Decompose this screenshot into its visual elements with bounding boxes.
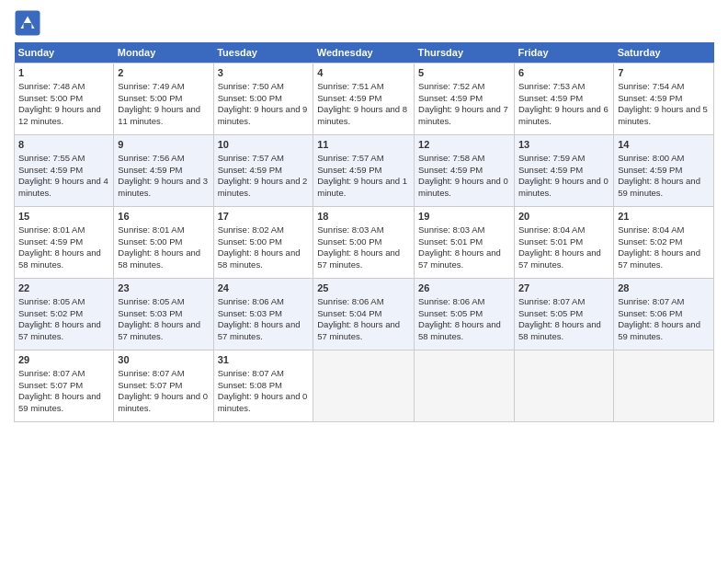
- day-number: 29: [18, 353, 109, 367]
- day-number: 28: [618, 282, 710, 295]
- day-number: 1: [18, 66, 109, 80]
- day-cell: 19Sunrise: 8:03 AMSunset: 5:01 PMDayligh…: [415, 207, 515, 279]
- day-cell: 1Sunrise: 7:48 AMSunset: 5:00 PMDaylight…: [15, 63, 114, 135]
- day-cell: 2Sunrise: 7:49 AMSunset: 5:00 PMDaylight…: [114, 63, 213, 135]
- day-number: 15: [18, 210, 109, 224]
- day-number: 13: [518, 138, 609, 152]
- calendar-header: SundayMondayTuesdayWednesdayThursdayFrid…: [15, 42, 714, 63]
- day-number: 17: [218, 210, 310, 224]
- day-number: 11: [317, 138, 410, 152]
- day-info: Sunrise: 8:01 AMSunset: 5:00 PMDaylight:…: [118, 224, 200, 270]
- day-cell: [415, 350, 515, 422]
- day-info: Sunrise: 8:03 AMSunset: 5:00 PMDaylight:…: [317, 224, 400, 270]
- day-info: Sunrise: 8:04 AMSunset: 5:02 PMDaylight:…: [618, 224, 700, 270]
- day-number: 31: [218, 353, 310, 367]
- day-info: Sunrise: 7:57 AMSunset: 4:59 PMDaylight:…: [218, 153, 308, 198]
- logo: [14, 9, 45, 37]
- day-info: Sunrise: 8:07 AMSunset: 5:05 PMDaylight:…: [518, 296, 601, 341]
- day-info: Sunrise: 8:07 AMSunset: 5:08 PMDaylight:…: [218, 368, 308, 413]
- day-number: 26: [418, 282, 510, 295]
- week-row-1: 1Sunrise: 7:48 AMSunset: 5:00 PMDaylight…: [15, 63, 714, 135]
- week-row-3: 15Sunrise: 8:01 AMSunset: 4:59 PMDayligh…: [15, 207, 714, 279]
- day-number: 9: [118, 138, 209, 152]
- day-cell: 16Sunrise: 8:01 AMSunset: 5:00 PMDayligh…: [114, 207, 213, 279]
- day-number: 10: [218, 138, 310, 152]
- day-cell: 11Sunrise: 7:57 AMSunset: 4:59 PMDayligh…: [313, 135, 415, 207]
- day-cell: 22Sunrise: 8:05 AMSunset: 5:02 PMDayligh…: [15, 279, 114, 350]
- day-cell: 14Sunrise: 8:00 AMSunset: 4:59 PMDayligh…: [614, 135, 714, 207]
- day-cell: [614, 350, 714, 422]
- header-cell-wednesday: Wednesday: [313, 42, 415, 63]
- day-info: Sunrise: 7:53 AMSunset: 4:59 PMDaylight:…: [518, 81, 609, 126]
- header-cell-tuesday: Tuesday: [213, 42, 313, 63]
- week-row-4: 22Sunrise: 8:05 AMSunset: 5:02 PMDayligh…: [15, 279, 714, 350]
- day-number: 24: [218, 282, 310, 295]
- calendar-table: SundayMondayTuesdayWednesdayThursdayFrid…: [14, 42, 714, 422]
- day-info: Sunrise: 8:06 AMSunset: 5:05 PMDaylight:…: [418, 296, 501, 341]
- day-cell: 7Sunrise: 7:54 AMSunset: 4:59 PMDaylight…: [614, 63, 714, 135]
- day-info: Sunrise: 8:06 AMSunset: 5:04 PMDaylight:…: [317, 296, 400, 341]
- day-info: Sunrise: 7:48 AMSunset: 5:00 PMDaylight:…: [18, 81, 101, 126]
- day-cell: [515, 350, 614, 422]
- day-cell: 18Sunrise: 8:03 AMSunset: 5:00 PMDayligh…: [313, 207, 415, 279]
- day-number: 22: [18, 282, 109, 295]
- header-cell-friday: Friday: [515, 42, 614, 63]
- day-cell: [313, 350, 415, 422]
- day-info: Sunrise: 7:52 AMSunset: 4:59 PMDaylight:…: [418, 81, 508, 126]
- day-info: Sunrise: 7:57 AMSunset: 4:59 PMDaylight:…: [317, 153, 407, 198]
- day-number: 27: [518, 282, 609, 295]
- day-info: Sunrise: 8:04 AMSunset: 5:01 PMDaylight:…: [518, 224, 601, 270]
- day-info: Sunrise: 7:54 AMSunset: 4:59 PMDaylight:…: [618, 81, 708, 126]
- day-cell: 5Sunrise: 7:52 AMSunset: 4:59 PMDaylight…: [415, 63, 515, 135]
- week-row-5: 29Sunrise: 8:07 AMSunset: 5:07 PMDayligh…: [15, 350, 714, 422]
- day-cell: 26Sunrise: 8:06 AMSunset: 5:05 PMDayligh…: [415, 279, 515, 350]
- page-container: SundayMondayTuesdayWednesdayThursdayFrid…: [0, 0, 728, 431]
- page-header: [14, 9, 714, 37]
- day-cell: 28Sunrise: 8:07 AMSunset: 5:06 PMDayligh…: [614, 279, 714, 350]
- day-number: 12: [418, 138, 510, 152]
- day-number: 21: [618, 210, 710, 224]
- day-number: 16: [118, 210, 209, 224]
- day-number: 30: [118, 353, 209, 367]
- day-info: Sunrise: 8:01 AMSunset: 4:59 PMDaylight:…: [18, 224, 101, 270]
- day-info: Sunrise: 7:50 AMSunset: 5:00 PMDaylight:…: [218, 81, 308, 126]
- day-number: 4: [317, 66, 410, 80]
- day-info: Sunrise: 8:05 AMSunset: 5:02 PMDaylight:…: [18, 296, 101, 341]
- day-cell: 27Sunrise: 8:07 AMSunset: 5:05 PMDayligh…: [515, 279, 614, 350]
- day-number: 23: [118, 282, 209, 295]
- day-number: 7: [618, 66, 710, 80]
- day-info: Sunrise: 8:00 AMSunset: 4:59 PMDaylight:…: [618, 153, 700, 198]
- header-cell-monday: Monday: [114, 42, 213, 63]
- day-info: Sunrise: 7:59 AMSunset: 4:59 PMDaylight:…: [518, 153, 609, 198]
- day-number: 25: [317, 282, 410, 295]
- header-cell-saturday: Saturday: [614, 42, 714, 63]
- day-info: Sunrise: 8:02 AMSunset: 5:00 PMDaylight:…: [218, 224, 301, 270]
- day-info: Sunrise: 8:06 AMSunset: 5:03 PMDaylight:…: [218, 296, 301, 341]
- day-cell: 13Sunrise: 7:59 AMSunset: 4:59 PMDayligh…: [515, 135, 614, 207]
- day-cell: 20Sunrise: 8:04 AMSunset: 5:01 PMDayligh…: [515, 207, 614, 279]
- day-number: 8: [18, 138, 109, 152]
- day-info: Sunrise: 7:56 AMSunset: 4:59 PMDaylight:…: [118, 153, 208, 198]
- day-cell: 15Sunrise: 8:01 AMSunset: 4:59 PMDayligh…: [15, 207, 114, 279]
- day-number: 20: [518, 210, 609, 224]
- day-info: Sunrise: 8:05 AMSunset: 5:03 PMDaylight:…: [118, 296, 200, 341]
- day-cell: 25Sunrise: 8:06 AMSunset: 5:04 PMDayligh…: [313, 279, 415, 350]
- day-info: Sunrise: 8:07 AMSunset: 5:06 PMDaylight:…: [618, 296, 700, 341]
- day-cell: 31Sunrise: 8:07 AMSunset: 5:08 PMDayligh…: [213, 350, 313, 422]
- header-row: SundayMondayTuesdayWednesdayThursdayFrid…: [15, 42, 714, 63]
- day-cell: 10Sunrise: 7:57 AMSunset: 4:59 PMDayligh…: [213, 135, 313, 207]
- day-cell: 29Sunrise: 8:07 AMSunset: 5:07 PMDayligh…: [15, 350, 114, 422]
- day-number: 19: [418, 210, 510, 224]
- header-cell-thursday: Thursday: [415, 42, 515, 63]
- day-info: Sunrise: 8:07 AMSunset: 5:07 PMDaylight:…: [118, 368, 208, 413]
- day-cell: 23Sunrise: 8:05 AMSunset: 5:03 PMDayligh…: [114, 279, 213, 350]
- day-number: 6: [518, 66, 609, 80]
- svg-rect-2: [24, 23, 32, 29]
- calendar-body: 1Sunrise: 7:48 AMSunset: 5:00 PMDaylight…: [15, 63, 714, 422]
- logo-icon: [14, 9, 41, 37]
- week-row-2: 8Sunrise: 7:55 AMSunset: 4:59 PMDaylight…: [15, 135, 714, 207]
- day-info: Sunrise: 7:51 AMSunset: 4:59 PMDaylight:…: [317, 81, 407, 126]
- day-cell: 6Sunrise: 7:53 AMSunset: 4:59 PMDaylight…: [515, 63, 614, 135]
- day-number: 14: [618, 138, 710, 152]
- day-cell: 9Sunrise: 7:56 AMSunset: 4:59 PMDaylight…: [114, 135, 213, 207]
